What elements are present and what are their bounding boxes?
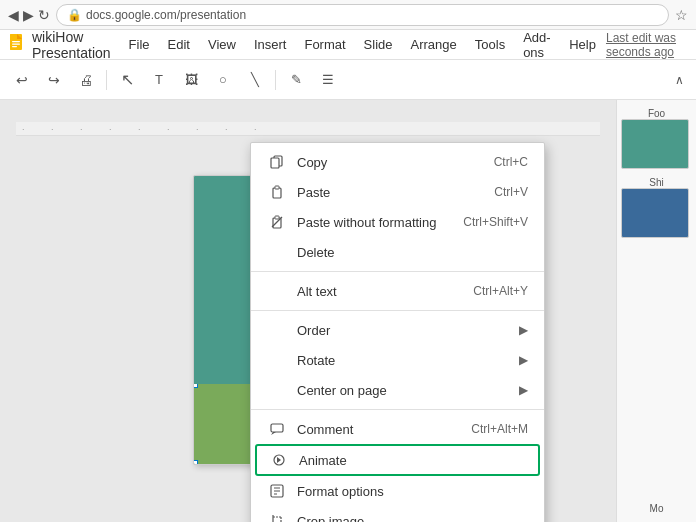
- paste-icon: [267, 182, 287, 202]
- forward-icon[interactable]: ▶: [23, 7, 34, 23]
- lock-icon: 🔒: [67, 8, 82, 22]
- paste-shortcut: Ctrl+V: [494, 185, 528, 199]
- layout-button[interactable]: ☰: [314, 66, 342, 94]
- browser-controls: ◀ ▶ ↻: [8, 7, 50, 23]
- context-menu-rotate[interactable]: Rotate ▶: [251, 345, 544, 375]
- rotate-label: Rotate: [297, 353, 519, 368]
- svg-rect-3: [12, 41, 20, 42]
- right-panel-section2: Shi: [621, 177, 692, 238]
- svg-rect-9: [275, 186, 279, 189]
- right-panel-section1: Foo: [621, 108, 692, 169]
- context-menu: Copy Ctrl+C Paste Ctrl+V: [250, 142, 545, 522]
- menu-file[interactable]: File: [121, 33, 158, 56]
- copy-label: Copy: [297, 155, 486, 170]
- context-menu-animate[interactable]: Animate: [255, 444, 540, 476]
- delete-label: Delete: [297, 245, 528, 260]
- format-label: Format options: [297, 484, 528, 499]
- image-button[interactable]: 🖼: [177, 66, 205, 94]
- shape-button[interactable]: ○: [209, 66, 237, 94]
- ruler: · · · · · · · · ·: [16, 122, 600, 136]
- context-menu-comment[interactable]: Comment Ctrl+Alt+M: [251, 414, 544, 444]
- menu-format[interactable]: Format: [296, 33, 353, 56]
- menu-separator-2: [251, 310, 544, 311]
- context-menu-center[interactable]: Center on page ▶: [251, 375, 544, 405]
- menu-help[interactable]: Help: [561, 33, 604, 56]
- menu-addons[interactable]: Add-ons: [515, 26, 559, 64]
- undo-button[interactable]: ↩: [8, 66, 36, 94]
- context-menu-format[interactable]: Format options: [251, 476, 544, 506]
- center-arrow-icon: ▶: [519, 383, 528, 397]
- app-toolbar: ↩ ↪ 🖨 ↖ T 🖼 ○ ╲ ✎ ☰ ∧: [0, 60, 696, 100]
- rotate-arrow-icon: ▶: [519, 353, 528, 367]
- toolbar-divider-2: [275, 70, 276, 90]
- menu-arrange[interactable]: Arrange: [403, 33, 465, 56]
- menu-tools[interactable]: Tools: [467, 33, 513, 56]
- delete-icon: [267, 242, 287, 262]
- copy-icon: [267, 152, 287, 172]
- main-area: · · · · · · · · · wikiHow A Presentation…: [0, 100, 696, 522]
- handle-bl: [194, 460, 198, 464]
- right-panel-section3: Mo: [621, 503, 692, 514]
- toolbar-collapse-button[interactable]: ∧: [671, 69, 688, 91]
- context-menu-paste[interactable]: Paste Ctrl+V: [251, 177, 544, 207]
- cursor-button[interactable]: ↖: [113, 66, 141, 94]
- paste-noformat-icon: [267, 212, 287, 232]
- line-button[interactable]: ╲: [241, 66, 269, 94]
- doc-title[interactable]: wikiHow Presentation: [32, 29, 111, 61]
- copy-shortcut: Ctrl+C: [494, 155, 528, 169]
- app-menu-bar: wikiHow Presentation File Edit View Inse…: [0, 30, 696, 60]
- context-menu-order[interactable]: Order ▶: [251, 315, 544, 345]
- last-edit-label: Last edit was seconds ago: [606, 31, 688, 59]
- svg-rect-7: [271, 158, 279, 168]
- refresh-icon[interactable]: ↻: [38, 7, 50, 23]
- svg-rect-11: [275, 216, 279, 219]
- right-panel-thumb1: [621, 119, 689, 169]
- order-arrow-icon: ▶: [519, 323, 528, 337]
- toolbar-divider-1: [106, 70, 107, 90]
- right-panel-thumb2: [621, 188, 689, 238]
- svg-rect-5: [12, 46, 17, 47]
- print-button[interactable]: 🖨: [72, 66, 100, 94]
- center-label: Center on page: [297, 383, 519, 398]
- center-icon: [267, 380, 287, 400]
- crop-label: Crop image: [297, 514, 528, 523]
- context-menu-copy[interactable]: Copy Ctrl+C: [251, 147, 544, 177]
- address-bar[interactable]: 🔒 docs.google.com/presentation: [56, 4, 669, 26]
- right-panel-label2: Shi: [621, 177, 692, 188]
- alttext-label: Alt text: [297, 284, 465, 299]
- paste-noformat-shortcut: Ctrl+Shift+V: [463, 215, 528, 229]
- back-icon[interactable]: ◀: [8, 7, 19, 23]
- right-panel: Foo Shi Mo: [616, 100, 696, 522]
- right-panel-label3: Mo: [621, 503, 692, 514]
- comment-icon: [267, 419, 287, 439]
- comment-shortcut: Ctrl+Alt+M: [471, 422, 528, 436]
- browser-top-bar: ◀ ▶ ↻ 🔒 docs.google.com/presentation ☆: [0, 0, 696, 30]
- crop-icon: [267, 511, 287, 522]
- paste-noformat-label: Paste without formatting: [297, 215, 455, 230]
- rotate-icon: [267, 350, 287, 370]
- menu-separator-1: [251, 271, 544, 272]
- menu-insert[interactable]: Insert: [246, 33, 295, 56]
- animate-label: Animate: [299, 453, 526, 468]
- context-menu-crop[interactable]: Crop image: [251, 506, 544, 522]
- menu-edit[interactable]: Edit: [160, 33, 198, 56]
- context-menu-delete[interactable]: Delete: [251, 237, 544, 267]
- redo-button[interactable]: ↪: [40, 66, 68, 94]
- textbox-button[interactable]: T: [145, 66, 173, 94]
- menu-separator-3: [251, 409, 544, 410]
- svg-rect-13: [271, 424, 283, 432]
- comment-label: Comment: [297, 422, 463, 437]
- menu-slide[interactable]: Slide: [356, 33, 401, 56]
- right-panel-label1: Foo: [621, 108, 692, 119]
- format-icon: [267, 481, 287, 501]
- handle-tl: [194, 384, 198, 388]
- animate-icon: [269, 450, 289, 470]
- pen-button[interactable]: ✎: [282, 66, 310, 94]
- star-icon[interactable]: ☆: [675, 7, 688, 23]
- app-logo: [8, 34, 26, 55]
- context-menu-alttext[interactable]: Alt text Ctrl+Alt+Y: [251, 276, 544, 306]
- context-menu-paste-noformat[interactable]: Paste without formatting Ctrl+Shift+V: [251, 207, 544, 237]
- menu-view[interactable]: View: [200, 33, 244, 56]
- alttext-icon: [267, 281, 287, 301]
- paste-label: Paste: [297, 185, 486, 200]
